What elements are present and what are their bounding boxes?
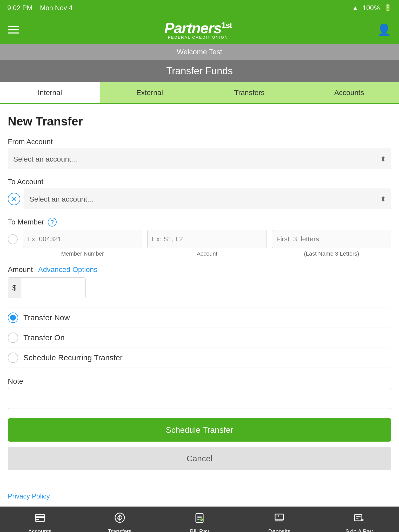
app-header: Partners1st FEDERAL CREDIT UNION 👤 — [0, 16, 399, 44]
radio-option-transfer-on[interactable]: Transfer On — [8, 328, 391, 348]
svg-rect-2 — [36, 519, 39, 520]
member-number-group: Member Number — [23, 230, 142, 257]
schedule-transfer-button[interactable]: Schedule Transfer — [8, 418, 391, 442]
from-account-wrapper: Select an account... ⬍ — [8, 149, 391, 169]
logo: Partners1st FEDERAL CREDIT UNION — [164, 21, 232, 39]
to-member-label: To Member — [8, 218, 44, 226]
radio-circle-schedule-recurring — [8, 353, 18, 363]
to-member-label-row: To Member ? — [8, 218, 391, 227]
note-label: Note — [8, 377, 391, 385]
member-number-label: Member Number — [23, 250, 142, 257]
nav-item-billpay[interactable]: Bill Pay — [159, 507, 239, 532]
nav-item-skip-a-pay[interactable]: Skip A Pay — [319, 507, 399, 532]
radio-option-schedule-recurring[interactable]: Schedule Recurring Transfer — [8, 348, 391, 368]
amount-label: Amount — [8, 265, 33, 274]
svg-rect-1 — [35, 516, 45, 518]
accounts-label: Accounts — [28, 528, 52, 532]
wifi-icon: ▲ — [352, 4, 358, 11]
tab-accounts[interactable]: Accounts — [299, 82, 399, 103]
account-input[interactable] — [147, 230, 267, 248]
battery-icon: 🔋 — [384, 4, 392, 11]
amount-section: Amount Advanced Options $ — [8, 265, 391, 298]
nav-item-transfers[interactable]: Transfers — [80, 507, 159, 532]
transfers-icon — [114, 512, 125, 526]
status-time-date: 9:02 PM Mon Nov 4 — [7, 4, 72, 12]
nav-item-deposits[interactable]: Deposits — [240, 507, 319, 532]
radio-circle-transfer-now — [8, 312, 18, 323]
page-header-bar: Transfer Funds — [0, 60, 399, 82]
tab-internal[interactable]: Internal — [0, 82, 100, 103]
account-label: Account — [147, 250, 267, 257]
nav-item-accounts[interactable]: Accounts — [0, 507, 80, 532]
last-name-input[interactable] — [272, 230, 391, 248]
privacy-policy-link[interactable]: Privacy Policy — [8, 492, 50, 500]
last-name-label: (Last Name 3 Letters) — [272, 250, 391, 257]
page-title: Transfer Funds — [166, 65, 233, 76]
amount-input-wrapper: $ — [8, 277, 86, 298]
skip-a-pay-icon — [353, 512, 365, 526]
radio-option-transfer-now[interactable]: Transfer Now — [8, 308, 391, 328]
note-section: Note — [8, 377, 391, 409]
to-member-radio-button[interactable] — [8, 234, 18, 244]
account-input-group: Account — [147, 230, 267, 257]
last-name-input-group: (Last Name 3 Letters) — [272, 230, 391, 257]
bottom-nav: Accounts Transfers Bill Pay — [0, 507, 399, 532]
to-account-row: ✕ Select an account... ⬍ — [8, 189, 391, 209]
to-account-label: To Account — [8, 178, 391, 186]
tab-transfers[interactable]: Transfers — [200, 82, 299, 103]
radio-label-transfer-on: Transfer On — [23, 333, 65, 342]
profile-icon[interactable]: 👤 — [377, 23, 391, 37]
billpay-label: Bill Pay — [190, 528, 209, 532]
radio-label-schedule-recurring: Schedule Recurring Transfer — [23, 353, 123, 362]
status-date: Mon Nov 4 — [40, 4, 73, 12]
to-member-radio — [8, 230, 18, 244]
section-title: New Transfer — [8, 114, 391, 128]
to-member-section: To Member ? Member Number Account (Last … — [8, 218, 391, 257]
deposits-label: Deposits — [268, 528, 290, 532]
to-account-select[interactable]: Select an account... — [24, 189, 391, 209]
deposits-icon — [274, 512, 285, 526]
transfer-options: Transfer Now Transfer On Schedule Recurr… — [8, 308, 391, 368]
transfers-label: Transfers — [108, 528, 132, 532]
logo-main-text: Partners1st — [164, 21, 232, 36]
radio-inner-transfer-now — [10, 315, 16, 321]
svg-rect-13 — [355, 515, 362, 521]
status-time: 9:02 PM — [7, 4, 32, 12]
status-indicators: ▲ 100% 🔋 — [352, 4, 392, 12]
dollar-sign: $ — [8, 278, 21, 298]
welcome-bar: Welcome Test — [0, 44, 399, 60]
radio-label-transfer-now: Transfer Now — [23, 313, 70, 322]
advanced-options-link[interactable]: Advanced Options — [38, 265, 98, 274]
skip-a-pay-label: Skip A Pay — [345, 528, 373, 532]
from-account-select[interactable]: Select an account... — [8, 149, 391, 169]
status-bar: 9:02 PM Mon Nov 4 ▲ 100% 🔋 — [0, 0, 399, 16]
to-account-clear-icon[interactable]: ✕ — [8, 193, 20, 205]
accounts-icon — [34, 512, 46, 526]
note-input[interactable] — [8, 388, 391, 409]
radio-circle-transfer-on — [8, 332, 18, 343]
member-number-input[interactable] — [23, 230, 142, 248]
tabs-bar: Internal External Transfers Accounts — [0, 82, 399, 104]
main-content: New Transfer From Account Select an acco… — [0, 104, 399, 486]
welcome-text: Welcome Test — [177, 48, 222, 56]
to-member-inputs: Member Number Account (Last Name 3 Lette… — [8, 230, 391, 257]
logo-sub-text: FEDERAL CREDIT UNION — [168, 35, 228, 39]
to-member-help-icon[interactable]: ? — [48, 218, 57, 227]
cancel-button[interactable]: Cancel — [8, 447, 391, 470]
to-account-select-wrapper: Select an account... ⬍ — [24, 189, 391, 209]
svg-rect-10 — [276, 515, 279, 517]
amount-label-row: Amount Advanced Options — [8, 265, 391, 274]
from-account-label: From Account — [8, 138, 391, 146]
tab-external[interactable]: External — [100, 82, 200, 103]
hamburger-menu[interactable] — [8, 26, 19, 34]
battery-percent: 100% — [363, 4, 380, 12]
footer-content: Privacy Policy — [0, 486, 399, 507]
amount-input[interactable] — [21, 278, 86, 298]
billpay-icon — [194, 512, 205, 526]
